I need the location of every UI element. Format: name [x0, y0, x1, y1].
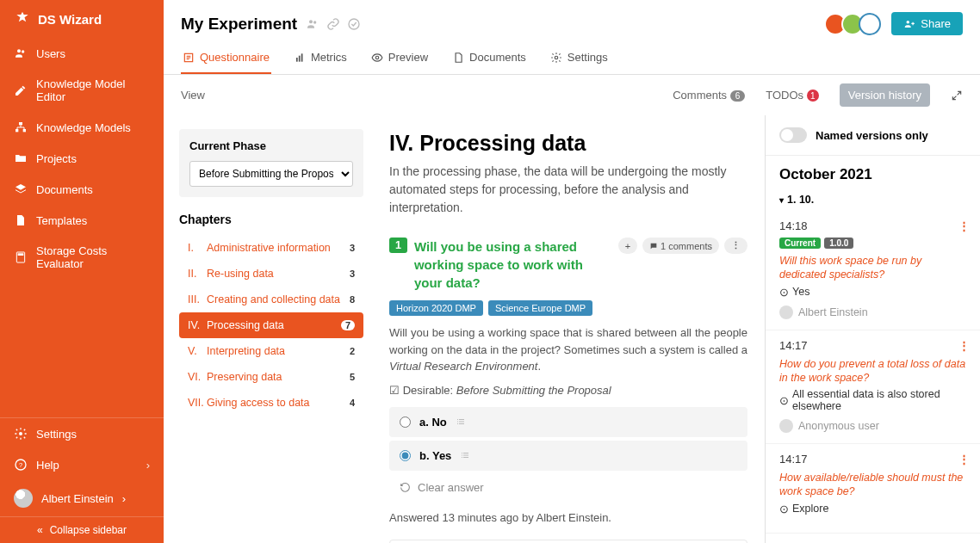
chapter-item-5[interactable]: V.Interpreting data2	[179, 338, 363, 364]
chevron-right-icon: ›	[146, 459, 150, 472]
chapter-num: VII.	[188, 397, 207, 409]
sidebar-item-users[interactable]: Users	[0, 38, 164, 69]
comments-toggle[interactable]: Comments 6	[673, 89, 745, 102]
section-desc: In the processing phase, the data will b…	[389, 163, 747, 217]
chapter-count: 5	[350, 372, 355, 382]
nav-label: Settings	[36, 428, 77, 441]
svg-rect-15	[296, 58, 298, 62]
tab-questionnaire[interactable]: Questionnaire	[181, 42, 271, 74]
content-row: Current Phase Before Submitting the Prop…	[164, 115, 980, 543]
collapse-sidebar-button[interactable]: «Collapse sidebar	[0, 516, 164, 543]
option-b[interactable]: b. Yes	[389, 441, 747, 471]
svg-rect-17	[301, 53, 303, 61]
sidebar-item-projects[interactable]: Projects	[0, 143, 164, 174]
tag: Science Europe DMP	[488, 300, 592, 316]
eye-icon	[371, 52, 383, 64]
chapter-item-2[interactable]: II.Re-using data3	[179, 261, 363, 287]
svg-point-0	[17, 49, 21, 52]
version-badge: 1.0.0	[824, 238, 853, 249]
avatar	[779, 305, 793, 319]
nav-label: Projects	[36, 152, 77, 165]
sidebar-item-templates[interactable]: Templates	[0, 205, 164, 236]
sidebar-item-help[interactable]: ?Help›	[0, 449, 164, 480]
chapter-label: Administrative information	[207, 242, 331, 254]
phase-label: Current Phase	[189, 139, 353, 152]
history-entry[interactable]: 14:18 ⋮ Current1.0.0 Will this work spac…	[766, 211, 980, 330]
chapter-num: II.	[188, 268, 207, 280]
user-name: Albert Einstein	[41, 492, 114, 505]
chapter-item-1[interactable]: I.Administrative information3	[179, 235, 363, 261]
option-a[interactable]: a. No	[389, 407, 747, 437]
entry-time: 14:17	[779, 453, 966, 466]
chapter-item-3[interactable]: III.Creating and collecting data8	[179, 287, 363, 312]
list-icon	[456, 417, 466, 427]
chapter-num: V.	[188, 345, 207, 357]
sidebar-item-settings[interactable]: Settings	[0, 418, 164, 449]
chapter-item-7[interactable]: VII.Giving access to data4	[179, 390, 363, 416]
named-versions-label: Named versions only	[816, 129, 928, 142]
named-versions-toggle[interactable]	[779, 127, 807, 143]
brand[interactable]: DS Wizard	[0, 0, 164, 38]
tab-metrics[interactable]: Metrics	[292, 42, 349, 74]
entry-menu-icon[interactable]: ⋮	[958, 219, 970, 232]
clear-answer-button[interactable]: Clear answer	[389, 474, 747, 501]
more-button[interactable]: ⋮	[724, 238, 747, 254]
check-circle-icon[interactable]	[347, 17, 361, 31]
sidebar-item-km-editor[interactable]: Knowledge Model Editor	[0, 69, 164, 112]
chapter-item-6[interactable]: VI.Preserving data5	[179, 364, 363, 390]
todos-label: TODOs	[766, 89, 803, 102]
comments-pill[interactable]: 1 comments	[642, 238, 719, 254]
history-entry[interactable]: 14:17 ⋮ How available/reliable should mu…	[766, 444, 980, 534]
list-icon	[183, 52, 195, 64]
sidebar-user[interactable]: Albert Einstein›	[0, 480, 164, 516]
nav-label: Documents	[36, 183, 93, 196]
tab-preview[interactable]: Preview	[369, 42, 430, 74]
add-button[interactable]: +	[618, 238, 637, 254]
sidebar-item-storage[interactable]: Storage Costs Evaluator	[0, 236, 164, 279]
gear-icon	[550, 52, 562, 64]
svg-point-7	[19, 432, 22, 435]
svg-point-1	[22, 50, 24, 52]
chapter-label: Re-using data	[207, 268, 274, 280]
chapter-item-4[interactable]: IV.Processing data7	[179, 312, 363, 338]
svg-point-12	[349, 19, 359, 29]
chapter-count: 4	[350, 398, 355, 408]
file-icon	[14, 213, 28, 227]
entry-menu-icon[interactable]: ⋮	[958, 453, 970, 466]
svg-rect-3	[16, 129, 18, 132]
sidebar-item-documents[interactable]: Documents	[0, 174, 164, 205]
entry-question: Will this work space be run by dedicated…	[779, 254, 966, 282]
entry-menu-icon[interactable]: ⋮	[958, 339, 970, 352]
chart-icon	[294, 52, 306, 64]
comments-count: 6	[730, 90, 746, 102]
radio-b[interactable]	[400, 450, 411, 461]
sitemap-icon	[14, 120, 28, 134]
clear-label: Clear answer	[418, 481, 484, 494]
entry-answer: ⊙ Explore	[779, 503, 966, 515]
tab-label: Documents	[469, 51, 526, 64]
question-desc: Will you be using a working space that i…	[389, 324, 747, 375]
version-history-button[interactable]: Version history	[840, 83, 930, 107]
users-icon[interactable]	[306, 17, 319, 31]
nav-label: Templates	[36, 214, 87, 227]
history-entry[interactable]: 14:17 ⋮ How do you prevent a total loss …	[766, 330, 980, 445]
history-date[interactable]: 1. 10.	[766, 188, 980, 211]
project-icons	[306, 17, 361, 31]
tab-label: Questionnaire	[200, 51, 270, 64]
collaborator-avatars[interactable]	[829, 13, 881, 35]
radio-a[interactable]	[400, 417, 411, 428]
chapter-num: III.	[188, 293, 207, 305]
desirable: ☑ Desirable: Before Submitting the Propo…	[389, 384, 747, 397]
tab-documents[interactable]: Documents	[450, 42, 528, 74]
view-menu[interactable]: View	[181, 89, 205, 102]
history-month: October 2021	[766, 156, 980, 188]
sidebar-item-km[interactable]: Knowledge Models	[0, 112, 164, 143]
todos-toggle[interactable]: TODOs 1	[766, 89, 818, 102]
tab-settings[interactable]: Settings	[549, 42, 610, 74]
file-icon	[452, 52, 464, 64]
link-icon[interactable]	[326, 17, 340, 31]
chapter-count: 7	[341, 320, 355, 330]
phase-select[interactable]: Before Submitting the Proposal	[189, 161, 353, 187]
expand-icon[interactable]	[951, 89, 963, 102]
share-button[interactable]: Share	[891, 12, 963, 35]
